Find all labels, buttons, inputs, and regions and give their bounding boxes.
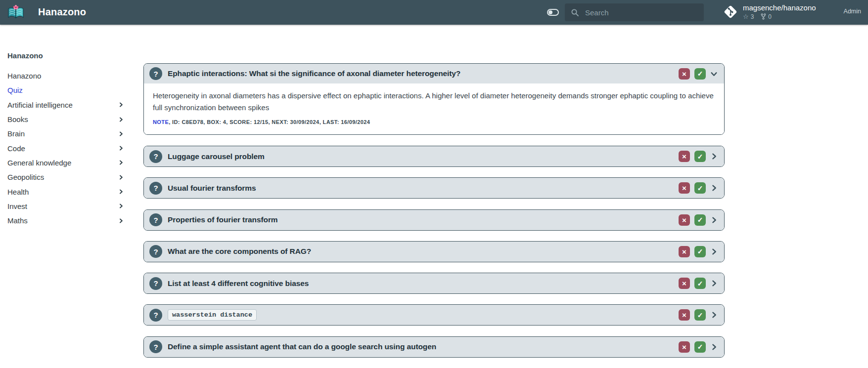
chevron-right-icon[interactable] [118,204,124,209]
question-mark-icon: ? [149,182,162,195]
card-meta-row: NOTE, ID: C8ED78, BOX: 4, SCORE: 12/15, … [153,119,715,125]
sidebar-item[interactable]: Maths [7,213,131,228]
star-count[interactable]: ☆ 3 [743,13,754,20]
chevron-right-icon[interactable] [710,311,718,319]
mark-wrong-button[interactable]: × [679,341,690,353]
answer-section: Heterogeneity in axonal diameters has a … [144,83,724,134]
question-title: Luggage carousel problem [168,152,265,161]
answer-text: Heterogeneity in axonal diameters has a … [153,90,715,114]
mark-correct-button[interactable]: ✓ [694,214,706,226]
search-icon [571,8,579,17]
sidebar-heading: Hanazono [7,51,131,61]
mark-correct-button[interactable]: ✓ [694,151,706,162]
mark-correct-button[interactable]: ✓ [694,182,706,194]
fork-count[interactable]: 0 [761,13,772,20]
repo-link[interactable]: magsenche/hanazono ☆ 3 0 [723,3,816,20]
question-card: ? Ephaptic interactions: What si the sig… [143,63,725,135]
sidebar-item[interactable]: Invest [7,199,131,213]
question-card-header[interactable]: ? List at least 4 different cognitive bi… [144,273,724,293]
sidebar-nav: Hanazono Hanazono Quiz Artificial intell… [7,51,131,228]
theme-toggle[interactable] [547,9,559,16]
search-box [565,3,704,21]
question-card-header[interactable]: ? Ephaptic interactions: What si the sig… [144,64,724,83]
sidebar-item[interactable]: Hanazono [7,69,131,83]
sidebar-item-label: Brain [7,129,25,138]
question-card-header[interactable]: ? Usual fourier transforms × ✓ [144,178,724,198]
mark-wrong-button[interactable]: × [679,278,690,289]
mark-correct-button[interactable]: ✓ [694,278,706,289]
question-title: Define a simple assistant agent that can… [168,342,436,351]
mark-wrong-button[interactable]: × [679,246,690,257]
git-icon [723,4,738,19]
question-title: Properties of fourier transform [168,215,278,224]
sidebar-item[interactable]: Books [7,112,131,126]
question-mark-icon: ? [149,245,162,258]
question-title-code: wasserstein distance [168,309,257,321]
mark-wrong-button[interactable]: × [679,214,690,226]
mark-wrong-button[interactable]: × [679,182,690,194]
sidebar-item[interactable]: Quiz [7,83,131,97]
sidebar-item-label: Health [7,188,29,196]
sidebar-item[interactable]: Health [7,184,131,199]
question-card-header[interactable]: ? wasserstein distance × ✓ [144,305,724,325]
question-mark-icon: ? [149,150,162,163]
mark-wrong-button[interactable]: × [679,309,690,321]
star-count-value: 3 [751,13,754,20]
question-card-header[interactable]: ? What are the core components of RAG? ×… [144,242,724,262]
chevron-right-icon[interactable] [118,189,124,195]
sidebar-list: Hanazono Quiz Artificial intelligence Bo… [7,69,131,228]
question-card: ? What are the core components of RAG? ×… [143,241,725,262]
chevron-right-icon[interactable] [118,102,124,108]
question-card-header[interactable]: ? Luggage carousel problem × ✓ [144,146,724,166]
fork-count-value: 0 [768,13,772,20]
sidebar-item[interactable]: Artificial intelligence [7,98,131,112]
question-mark-icon: ? [149,309,162,322]
question-title: What are the core components of RAG? [168,247,311,256]
sidebar-item[interactable]: General knowledge [7,156,131,170]
chevron-right-icon[interactable] [710,248,718,255]
chevron-right-icon[interactable] [118,174,124,180]
question-title: List at least 4 different cognitive bias… [168,279,309,288]
chevron-right-icon[interactable] [118,146,124,151]
question-mark-icon: ? [149,340,162,353]
app-header: Hanazono magsenche/hanazono ☆ 3 [0,0,868,25]
mark-correct-button[interactable]: ✓ [694,309,706,321]
toggle-knob [548,10,552,14]
chevron-right-icon[interactable] [710,343,718,351]
sidebar-item-label: Artificial intelligence [7,101,73,109]
sidebar-item[interactable]: Brain [7,126,131,141]
star-icon: ☆ [743,13,749,20]
mark-correct-button[interactable]: ✓ [694,246,706,257]
chevron-right-icon[interactable] [118,117,124,122]
mark-wrong-button[interactable]: × [679,151,690,162]
sidebar-item[interactable]: Code [7,141,131,155]
mark-correct-button[interactable]: ✓ [694,341,706,353]
chevron-down-icon[interactable] [710,70,718,78]
sidebar-item[interactable]: Geopolitics [7,170,131,184]
chevron-right-icon[interactable] [118,160,124,165]
chevron-right-icon[interactable] [118,218,124,223]
question-title: Ephaptic interactions: What si the signi… [168,69,460,78]
mark-correct-button[interactable]: ✓ [694,68,706,80]
question-card: ? Usual fourier transforms × ✓ [143,177,725,199]
sidebar-item-label: Hanazono [7,72,41,80]
mark-wrong-button[interactable]: × [679,68,690,80]
sidebar-item-label: Maths [7,216,28,225]
chevron-right-icon[interactable] [710,280,718,287]
card-meta-text: , ID: C8ED78, BOX: 4, SCORE: 12/15, NEXT… [169,119,370,125]
chevron-right-icon[interactable] [710,216,718,224]
chevron-right-icon[interactable] [118,131,124,136]
question-title: Usual fourier transforms [168,184,256,193]
quiz-card-list: ? Ephaptic interactions: What si the sig… [143,63,725,368]
question-card-header[interactable]: ? Properties of fourier transform × ✓ [144,210,724,230]
question-card-header[interactable]: ? Define a simple assistant agent that c… [144,337,724,357]
search-input[interactable] [585,8,698,17]
question-mark-icon: ? [149,213,162,226]
sidebar-item-label: Quiz [7,86,23,94]
sidebar-item-label: General knowledge [7,159,71,167]
admin-label: Admin [844,8,861,15]
note-link[interactable]: NOTE [153,119,169,125]
chevron-right-icon[interactable] [710,153,718,160]
chevron-right-icon[interactable] [710,184,718,192]
repo-name[interactable]: magsenche/hanazono [743,3,816,12]
